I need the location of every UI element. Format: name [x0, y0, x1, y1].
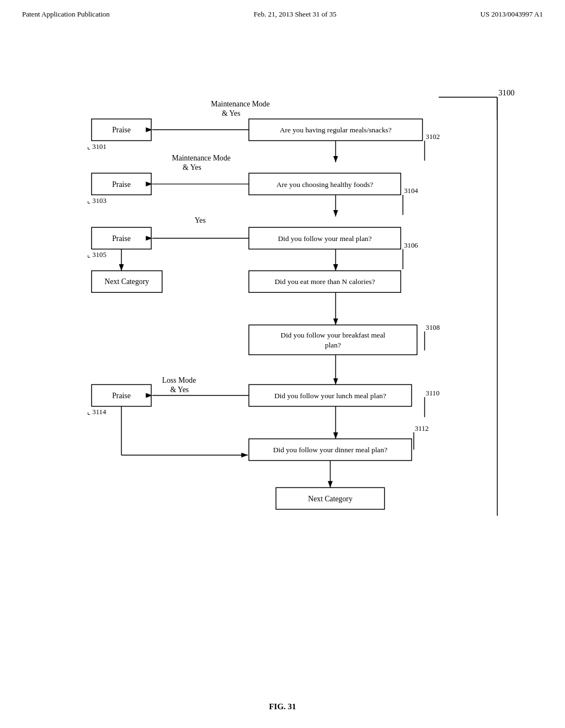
- q-label-3: Did you follow your meal plan?: [278, 234, 372, 243]
- header-middle: Feb. 21, 2013 Sheet 31 of 35: [254, 10, 337, 19]
- q-label-4: Did you eat more than N calories?: [275, 277, 375, 286]
- label-and-yes-4: & Yes: [170, 386, 189, 394]
- label-and-yes-1: & Yes: [222, 109, 241, 117]
- ref-3110: 3110: [426, 389, 440, 397]
- praise-label-3: Praise: [112, 234, 131, 243]
- figure-label: FIG. 31: [269, 702, 296, 711]
- praise-label-1: Praise: [112, 126, 131, 134]
- label-loss-mode: Loss Mode: [162, 376, 196, 384]
- ref-3114: ⌞ 3114: [87, 408, 106, 416]
- next-cat-label-2: Next Category: [308, 495, 353, 503]
- ref-3108: 3108: [426, 324, 440, 331]
- q-label-1: Are you having regular meals/snacks?: [280, 126, 392, 134]
- header-right: US 2013/0043997 A1: [481, 10, 543, 19]
- q-label-5a: Did you follow your breakfast meal: [281, 331, 386, 339]
- label-maintenance-mode-1: Maintenance Mode: [211, 100, 270, 108]
- ref-3101: ⌞ 3101: [87, 143, 106, 151]
- ref-3100: 3100: [498, 88, 514, 97]
- q-label-5b: plan?: [325, 341, 341, 350]
- q-label-6: Did you follow your lunch meal plan?: [274, 392, 386, 400]
- label-maintenance-mode-2: Maintenance Mode: [172, 154, 231, 162]
- praise-label-2: Praise: [112, 180, 131, 189]
- diagram-area: 3100 Maintenance Mode & Yes Praise Are y…: [22, 44, 543, 684]
- label-yes-3: Yes: [195, 216, 206, 224]
- ref-3106: 3106: [404, 242, 418, 249]
- flowchart-svg: 3100 Maintenance Mode & Yes Praise Are y…: [22, 44, 543, 684]
- page-header: Patent Application Publication Feb. 21, …: [0, 0, 565, 24]
- ref-3102: 3102: [426, 133, 440, 141]
- q-box-5: [249, 325, 417, 355]
- next-cat-label-1: Next Category: [105, 277, 150, 286]
- ref-3103: ⌞ 3103: [87, 197, 106, 205]
- header-left: Patent Application Publication: [22, 10, 110, 19]
- praise-label-4: Praise: [112, 392, 131, 400]
- ref-3104: 3104: [404, 187, 418, 195]
- q-label-7: Did you follow your dinner meal plan?: [273, 446, 387, 454]
- q-label-2: Are you choosing healthy foods?: [276, 180, 373, 189]
- ref-3112: 3112: [415, 425, 429, 432]
- label-and-yes-2: & Yes: [183, 163, 201, 172]
- ref-3105: ⌞ 3105: [87, 251, 106, 259]
